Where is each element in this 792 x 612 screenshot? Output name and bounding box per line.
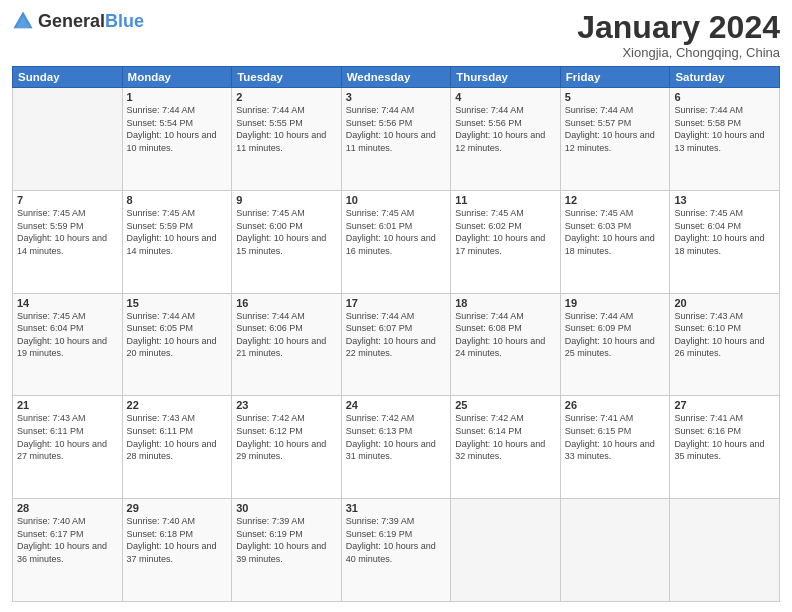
day-number: 18: [455, 297, 556, 309]
calendar-cell: 19Sunrise: 7:44 AM Sunset: 6:09 PM Dayli…: [560, 293, 670, 396]
week-row-1: 7Sunrise: 7:45 AM Sunset: 5:59 PM Daylig…: [13, 190, 780, 293]
calendar-cell: 24Sunrise: 7:42 AM Sunset: 6:13 PM Dayli…: [341, 396, 451, 499]
day-info: Sunrise: 7:42 AM Sunset: 6:12 PM Dayligh…: [236, 413, 326, 461]
day-number: 28: [17, 502, 118, 514]
logo-icon: [12, 10, 34, 32]
calendar-cell: 26Sunrise: 7:41 AM Sunset: 6:15 PM Dayli…: [560, 396, 670, 499]
day-info: Sunrise: 7:44 AM Sunset: 6:06 PM Dayligh…: [236, 311, 326, 359]
day-number: 2: [236, 91, 337, 103]
day-number: 31: [346, 502, 447, 514]
calendar-cell: 30Sunrise: 7:39 AM Sunset: 6:19 PM Dayli…: [232, 499, 342, 602]
calendar-cell: 23Sunrise: 7:42 AM Sunset: 6:12 PM Dayli…: [232, 396, 342, 499]
calendar-cell: 14Sunrise: 7:45 AM Sunset: 6:04 PM Dayli…: [13, 293, 123, 396]
calendar-cell: 22Sunrise: 7:43 AM Sunset: 6:11 PM Dayli…: [122, 396, 232, 499]
calendar-cell: 21Sunrise: 7:43 AM Sunset: 6:11 PM Dayli…: [13, 396, 123, 499]
day-number: 23: [236, 399, 337, 411]
day-info: Sunrise: 7:44 AM Sunset: 5:54 PM Dayligh…: [127, 105, 217, 153]
day-info: Sunrise: 7:45 AM Sunset: 5:59 PM Dayligh…: [127, 208, 217, 256]
day-header-tuesday: Tuesday: [232, 67, 342, 88]
calendar-cell: 9Sunrise: 7:45 AM Sunset: 6:00 PM Daylig…: [232, 190, 342, 293]
day-number: 21: [17, 399, 118, 411]
day-number: 19: [565, 297, 666, 309]
day-info: Sunrise: 7:44 AM Sunset: 6:09 PM Dayligh…: [565, 311, 655, 359]
day-number: 17: [346, 297, 447, 309]
day-number: 12: [565, 194, 666, 206]
header: GeneralBlue January 2024 Xiongjia, Chong…: [12, 10, 780, 60]
calendar-header-row: SundayMondayTuesdayWednesdayThursdayFrid…: [13, 67, 780, 88]
day-number: 13: [674, 194, 775, 206]
calendar-table: SundayMondayTuesdayWednesdayThursdayFrid…: [12, 66, 780, 602]
calendar-cell: 11Sunrise: 7:45 AM Sunset: 6:02 PM Dayli…: [451, 190, 561, 293]
day-number: 16: [236, 297, 337, 309]
day-info: Sunrise: 7:43 AM Sunset: 6:10 PM Dayligh…: [674, 311, 764, 359]
calendar-cell: 25Sunrise: 7:42 AM Sunset: 6:14 PM Dayli…: [451, 396, 561, 499]
calendar-cell: 16Sunrise: 7:44 AM Sunset: 6:06 PM Dayli…: [232, 293, 342, 396]
day-number: 14: [17, 297, 118, 309]
day-info: Sunrise: 7:39 AM Sunset: 6:19 PM Dayligh…: [346, 516, 436, 564]
calendar-cell: [560, 499, 670, 602]
week-row-2: 14Sunrise: 7:45 AM Sunset: 6:04 PM Dayli…: [13, 293, 780, 396]
day-info: Sunrise: 7:42 AM Sunset: 6:14 PM Dayligh…: [455, 413, 545, 461]
calendar-cell: 5Sunrise: 7:44 AM Sunset: 5:57 PM Daylig…: [560, 88, 670, 191]
calendar-cell: [670, 499, 780, 602]
page: GeneralBlue January 2024 Xiongjia, Chong…: [0, 0, 792, 612]
day-info: Sunrise: 7:41 AM Sunset: 6:15 PM Dayligh…: [565, 413, 655, 461]
day-info: Sunrise: 7:44 AM Sunset: 5:56 PM Dayligh…: [455, 105, 545, 153]
day-number: 8: [127, 194, 228, 206]
day-number: 9: [236, 194, 337, 206]
day-number: 7: [17, 194, 118, 206]
day-header-saturday: Saturday: [670, 67, 780, 88]
week-row-3: 21Sunrise: 7:43 AM Sunset: 6:11 PM Dayli…: [13, 396, 780, 499]
calendar-cell: 12Sunrise: 7:45 AM Sunset: 6:03 PM Dayli…: [560, 190, 670, 293]
calendar-cell: 31Sunrise: 7:39 AM Sunset: 6:19 PM Dayli…: [341, 499, 451, 602]
calendar-cell: 27Sunrise: 7:41 AM Sunset: 6:16 PM Dayli…: [670, 396, 780, 499]
calendar-cell: [13, 88, 123, 191]
day-info: Sunrise: 7:42 AM Sunset: 6:13 PM Dayligh…: [346, 413, 436, 461]
calendar-cell: [451, 499, 561, 602]
day-info: Sunrise: 7:45 AM Sunset: 6:01 PM Dayligh…: [346, 208, 436, 256]
day-number: 22: [127, 399, 228, 411]
day-number: 30: [236, 502, 337, 514]
day-info: Sunrise: 7:40 AM Sunset: 6:17 PM Dayligh…: [17, 516, 107, 564]
calendar-cell: 7Sunrise: 7:45 AM Sunset: 5:59 PM Daylig…: [13, 190, 123, 293]
day-info: Sunrise: 7:44 AM Sunset: 5:56 PM Dayligh…: [346, 105, 436, 153]
day-info: Sunrise: 7:44 AM Sunset: 5:58 PM Dayligh…: [674, 105, 764, 153]
day-number: 26: [565, 399, 666, 411]
calendar-cell: 1Sunrise: 7:44 AM Sunset: 5:54 PM Daylig…: [122, 88, 232, 191]
week-row-0: 1Sunrise: 7:44 AM Sunset: 5:54 PM Daylig…: [13, 88, 780, 191]
day-number: 24: [346, 399, 447, 411]
day-number: 11: [455, 194, 556, 206]
calendar-cell: 28Sunrise: 7:40 AM Sunset: 6:17 PM Dayli…: [13, 499, 123, 602]
day-info: Sunrise: 7:44 AM Sunset: 6:05 PM Dayligh…: [127, 311, 217, 359]
calendar-body: 1Sunrise: 7:44 AM Sunset: 5:54 PM Daylig…: [13, 88, 780, 602]
logo-general: General: [38, 11, 105, 31]
calendar-cell: 4Sunrise: 7:44 AM Sunset: 5:56 PM Daylig…: [451, 88, 561, 191]
calendar-cell: 17Sunrise: 7:44 AM Sunset: 6:07 PM Dayli…: [341, 293, 451, 396]
day-number: 27: [674, 399, 775, 411]
calendar-cell: 2Sunrise: 7:44 AM Sunset: 5:55 PM Daylig…: [232, 88, 342, 191]
day-info: Sunrise: 7:44 AM Sunset: 5:55 PM Dayligh…: [236, 105, 326, 153]
calendar-cell: 20Sunrise: 7:43 AM Sunset: 6:10 PM Dayli…: [670, 293, 780, 396]
day-info: Sunrise: 7:40 AM Sunset: 6:18 PM Dayligh…: [127, 516, 217, 564]
calendar-cell: 13Sunrise: 7:45 AM Sunset: 6:04 PM Dayli…: [670, 190, 780, 293]
day-info: Sunrise: 7:43 AM Sunset: 6:11 PM Dayligh…: [127, 413, 217, 461]
week-row-4: 28Sunrise: 7:40 AM Sunset: 6:17 PM Dayli…: [13, 499, 780, 602]
day-number: 1: [127, 91, 228, 103]
logo-blue: Blue: [105, 11, 144, 31]
day-info: Sunrise: 7:44 AM Sunset: 5:57 PM Dayligh…: [565, 105, 655, 153]
day-number: 3: [346, 91, 447, 103]
day-header-thursday: Thursday: [451, 67, 561, 88]
day-header-sunday: Sunday: [13, 67, 123, 88]
calendar-cell: 29Sunrise: 7:40 AM Sunset: 6:18 PM Dayli…: [122, 499, 232, 602]
day-info: Sunrise: 7:44 AM Sunset: 6:08 PM Dayligh…: [455, 311, 545, 359]
calendar-cell: 10Sunrise: 7:45 AM Sunset: 6:01 PM Dayli…: [341, 190, 451, 293]
title-block: January 2024 Xiongjia, Chongqing, China: [577, 10, 780, 60]
day-number: 4: [455, 91, 556, 103]
day-info: Sunrise: 7:39 AM Sunset: 6:19 PM Dayligh…: [236, 516, 326, 564]
month-title: January 2024: [577, 10, 780, 45]
calendar-cell: 15Sunrise: 7:44 AM Sunset: 6:05 PM Dayli…: [122, 293, 232, 396]
calendar-cell: 18Sunrise: 7:44 AM Sunset: 6:08 PM Dayli…: [451, 293, 561, 396]
day-number: 29: [127, 502, 228, 514]
calendar-cell: 8Sunrise: 7:45 AM Sunset: 5:59 PM Daylig…: [122, 190, 232, 293]
day-info: Sunrise: 7:41 AM Sunset: 6:16 PM Dayligh…: [674, 413, 764, 461]
